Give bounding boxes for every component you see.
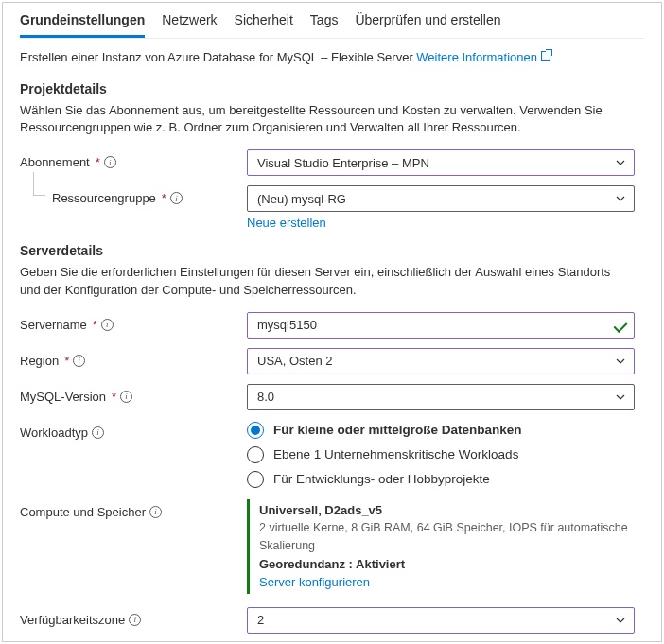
info-icon[interactable]: i <box>120 391 132 403</box>
chevron-down-icon <box>615 615 626 626</box>
external-link-icon <box>541 51 550 61</box>
info-icon[interactable]: i <box>92 426 104 439</box>
info-icon[interactable]: i <box>73 355 85 367</box>
info-icon[interactable]: i <box>129 614 141 626</box>
info-icon[interactable]: i <box>170 192 183 204</box>
workload-option-small[interactable]: Für kleine oder mittelgroße Datenbanken <box>247 422 635 439</box>
compute-summary: Universell, D2ads_v5 2 virtuelle Kerne, … <box>247 499 635 594</box>
region-select[interactable]: USA, Osten 2 <box>247 348 635 374</box>
resourcegroup-select[interactable]: (Neu) mysql-RG <box>247 185 635 212</box>
workload-radio-group: Für kleine oder mittelgroße Datenbanken … <box>247 420 635 488</box>
compute-specs: 2 virtuelle Kerne, 8 GiB RAM, 64 GiB Spe… <box>259 519 635 555</box>
region-label: Region* i <box>20 348 247 368</box>
resourcegroup-label: Ressourcengruppe* i <box>20 185 247 205</box>
workload-option-dev[interactable]: Für Entwicklungs- oder Hobbyprojekte <box>247 471 635 488</box>
tab-network[interactable]: Netzwerk <box>162 3 217 38</box>
chevron-down-icon <box>615 193 626 204</box>
radio-icon <box>247 422 264 439</box>
tab-bar: Grundeinstellungen Netzwerk Sicherheit T… <box>20 3 644 39</box>
radio-icon <box>247 471 264 488</box>
tab-tags[interactable]: Tags <box>310 3 339 38</box>
availability-zone-label: Verfügbarkeitszone i <box>20 607 247 627</box>
intro-text: Erstellen einer Instanz von Azure Databa… <box>20 50 644 64</box>
info-icon[interactable]: i <box>104 156 116 168</box>
configure-server-link[interactable]: Server konfigurieren <box>259 575 370 589</box>
server-details-heading: Serverdetails <box>20 243 644 258</box>
project-details-desc: Wählen Sie das Abonnement aus, um bereit… <box>20 102 625 136</box>
radio-icon <box>247 446 264 463</box>
info-icon[interactable]: i <box>101 319 114 331</box>
workload-option-tier1[interactable]: Ebene 1 Unternehmenskritische Workloads <box>247 446 635 463</box>
server-details-desc: Geben Sie die erforderlichen Einstellung… <box>20 264 625 298</box>
tab-security[interactable]: Sicherheit <box>235 3 293 38</box>
tab-review[interactable]: Überprüfen und erstellen <box>355 3 500 38</box>
intro-label: Erstellen einer Instanz von Azure Databa… <box>20 50 416 64</box>
availability-zone-select[interactable]: 2 <box>247 607 635 634</box>
project-details-heading: Projektdetails <box>20 81 644 96</box>
compute-sku: Universell, D2ads_v5 <box>259 501 635 520</box>
servername-label: Servername* i <box>20 312 247 332</box>
subscription-select[interactable]: Visual Studio Enterprise – MPN <box>247 149 635 176</box>
chevron-down-icon <box>615 356 626 367</box>
mysql-version-select[interactable]: 8.0 <box>247 384 635 410</box>
workload-label: Workloadtyp i <box>20 420 247 440</box>
create-new-rg-link[interactable]: Neue erstellen <box>247 216 326 230</box>
chevron-down-icon <box>615 392 626 403</box>
servername-input[interactable]: mysql5150 <box>247 312 635 339</box>
subscription-label: Abonnement* i <box>20 149 247 169</box>
more-info-link[interactable]: Weitere Informationen <box>416 50 550 64</box>
tab-basics[interactable]: Grundeinstellungen <box>20 3 145 38</box>
info-icon[interactable]: i <box>149 506 162 518</box>
compute-storage-label: Compute und Speicher i <box>20 499 247 519</box>
mysql-version-label: MySQL-Version* i <box>20 384 247 404</box>
geo-redundancy: Georedundanz : Aktiviert <box>259 555 635 574</box>
chevron-down-icon <box>615 157 626 168</box>
